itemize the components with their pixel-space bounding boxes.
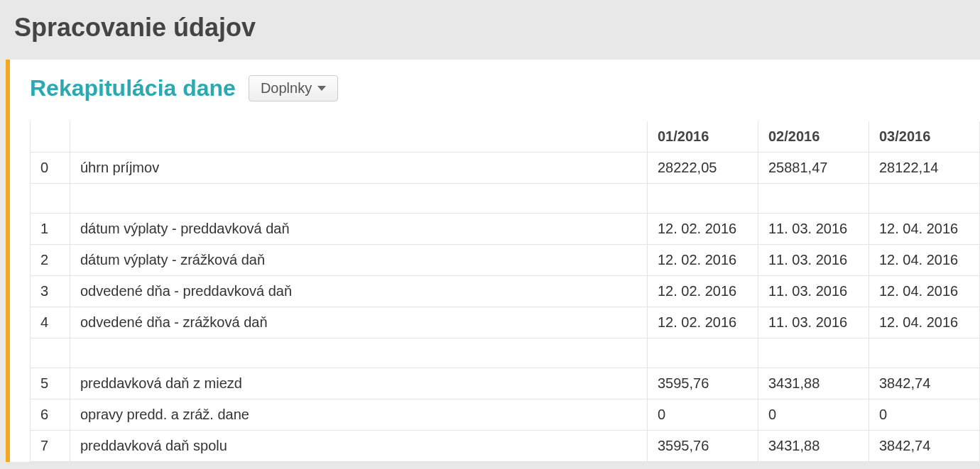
cell-value: 3431,88: [758, 368, 869, 399]
section-title: Rekapitulácia dane: [30, 75, 236, 101]
row-index: 1: [31, 214, 70, 245]
row-index: 4: [31, 307, 70, 338]
cell-value: 0: [869, 399, 980, 431]
table-row: 0úhrn príjmov28222,0525881,4728122,14: [31, 153, 980, 184]
col-label: [70, 121, 648, 153]
col-idx: [31, 121, 70, 153]
table-row: 7preddavková daň spolu3595,763431,883842…: [31, 431, 980, 462]
page-title: Spracovanie údajov: [14, 13, 966, 43]
tax-recap-table: 01/2016 02/2016 03/2016 0úhrn príjmov282…: [30, 121, 980, 462]
table-row: 6opravy predd. a zráž. dane000: [31, 399, 980, 431]
row-label: úhrn príjmov: [70, 153, 648, 184]
row-label: odvedené dňa - zrážková daň: [70, 307, 648, 338]
cell-value: 3595,76: [648, 431, 758, 462]
table-header-row: 01/2016 02/2016 03/2016: [31, 121, 980, 153]
table-row: 1dátum výplaty - preddavková daň12. 02. …: [31, 214, 980, 245]
cell-value: 12. 04. 2016: [869, 276, 980, 307]
cell-value: 12. 04. 2016: [869, 307, 980, 338]
spacer-row: [31, 338, 980, 368]
col-month-3: 03/2016: [869, 121, 980, 153]
cell-value: 12. 02. 2016: [648, 245, 758, 276]
cell-value: 11. 03. 2016: [758, 276, 869, 307]
cell-value: 3595,76: [648, 368, 758, 399]
spacer-row: [31, 184, 980, 214]
content-panel: Rekapitulácia dane Doplnky 01/2016 02/20…: [6, 60, 980, 462]
row-label: opravy predd. a zráž. dane: [70, 399, 648, 431]
cell-value: 12. 02. 2016: [648, 307, 758, 338]
row-label: preddavková daň spolu: [70, 431, 648, 462]
chevron-down-icon: [317, 86, 326, 91]
cell-value: 25881,47: [758, 153, 869, 184]
cell-value: 12. 04. 2016: [869, 214, 980, 245]
addons-dropdown-label: Doplnky: [261, 80, 312, 96]
cell-value: 0: [648, 399, 758, 431]
row-label: dátum výplaty - preddavková daň: [70, 214, 648, 245]
row-index: 6: [31, 399, 70, 431]
cell-value: 11. 03. 2016: [758, 214, 869, 245]
addons-dropdown[interactable]: Doplnky: [249, 75, 338, 101]
cell-value: 3842,74: [869, 431, 980, 462]
col-month-1: 01/2016: [648, 121, 758, 153]
cell-value: 3842,74: [869, 368, 980, 399]
row-index: 2: [31, 245, 70, 276]
cell-value: 12. 04. 2016: [869, 245, 980, 276]
cell-value: 12. 02. 2016: [648, 276, 758, 307]
cell-value: 28222,05: [648, 153, 758, 184]
row-label: dátum výplaty - zrážková daň: [70, 245, 648, 276]
col-month-2: 02/2016: [758, 121, 869, 153]
row-index: 7: [31, 431, 70, 462]
cell-value: 11. 03. 2016: [758, 245, 869, 276]
cell-value: 0: [758, 399, 869, 431]
row-index: 0: [31, 153, 70, 184]
cell-value: 12. 02. 2016: [648, 214, 758, 245]
table-row: 3odvedené dňa - preddavková daň12. 02. 2…: [31, 276, 980, 307]
table-row: 2dátum výplaty - zrážková daň12. 02. 201…: [31, 245, 980, 276]
row-index: 5: [31, 368, 70, 399]
cell-value: 3431,88: [758, 431, 869, 462]
cell-value: 11. 03. 2016: [758, 307, 869, 338]
row-label: odvedené dňa - preddavková daň: [70, 276, 648, 307]
table-row: 4odvedené dňa - zrážková daň12. 02. 2016…: [31, 307, 980, 338]
row-index: 3: [31, 276, 70, 307]
row-label: preddavková daň z miezd: [70, 368, 648, 399]
cell-value: 28122,14: [869, 153, 980, 184]
table-row: 5preddavková daň z miezd3595,763431,8838…: [31, 368, 980, 399]
